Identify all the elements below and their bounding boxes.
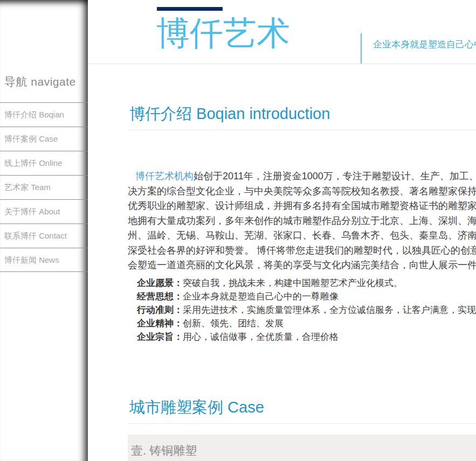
sidebar-navigation: 导航 navigate 博仟介绍 Boqian 博仟案例 Case 线上博仟 O… (0, 0, 88, 461)
case-heading-rule (128, 423, 476, 424)
value-vision: 企业愿景：突破自我，挑战未来，构建中国雕塑艺术产业化模式。 (128, 276, 476, 290)
value-label: 经营思想： (137, 291, 183, 302)
value-label: 企业精神： (137, 318, 183, 329)
intro-heading-rule (128, 130, 476, 130)
paragraph-text: 始创于2011年，注册资金1000万，专注于雕塑设计、生产、加工、运输、安装 (194, 171, 476, 181)
logo-accent-bar (157, 7, 223, 11)
case-category-bronze-bar[interactable]: 壹. 铸铜雕塑 (128, 435, 476, 461)
value-purpose: 企业宗旨：用心，诚信做事，全优质量，合理价格 (128, 330, 476, 344)
paragraph-line: 深受社会各界的好评和赞誉。 博仟将带您走进我们的雕塑时代，以独具匠心的创意、精妙… (128, 243, 476, 259)
site-tagline: 企业本身就是塑造自己心中的一尊雕塑 (373, 38, 476, 51)
site-logo[interactable]: 博仟艺术 (156, 13, 290, 54)
company-values-list: 企业愿景：突破自我，挑战未来，构建中国雕塑艺术产业化模式。 经营思想：企业本身就… (128, 276, 476, 344)
sidebar-item-case[interactable]: 博仟案例 Case (0, 127, 88, 151)
value-text: 用心，诚信做事，全优质量，合理价格 (183, 332, 339, 342)
paragraph-line: 优秀职业的雕塑家、设计师组成，并拥有多名持有全国城市雕塑资格证书的雕塑家、中国美… (128, 199, 476, 214)
sidebar-item-team[interactable]: 艺术家 Team (0, 175, 88, 199)
value-label: 企业宗旨： (137, 332, 183, 342)
case-section-heading: 城市雕塑案例 Case (128, 397, 476, 417)
value-principles: 行动准则：采用先进技术，实施质量管理体系，全方位诚信服务，让客户满意，实现双赢 (128, 303, 476, 317)
main-column: 博仟艺术 企业本身就是塑造自己心中的一尊雕塑 博仟介绍 Boqian intro… (88, 0, 476, 461)
site-header: 博仟艺术 企业本身就是塑造自己心中的一尊雕塑 (88, 0, 476, 64)
nav-list: 博仟介绍 Boqian 博仟案例 Case 线上博仟 Online 艺术家 Te… (0, 102, 88, 272)
value-text: 企业本身就是塑造自己心中的一尊雕像 (183, 291, 339, 302)
intro-paragraph: 博仟艺术机构始创于2011年，注册资金1000万，专注于雕塑设计、生产、加工、运… (128, 169, 476, 273)
logo-divider (361, 33, 362, 64)
page-content: 博仟介绍 Boqian introduction 博仟艺术机构始创于2011年，… (88, 104, 476, 461)
sidebar-item-contact[interactable]: 联系博仟 Contact (0, 223, 88, 248)
intro-section-heading: 博仟介绍 Boqian introduction (128, 104, 476, 123)
value-philosophy: 经营思想：企业本身就是塑造自己心中的一尊雕像 (128, 290, 476, 303)
value-text: 采用先进技术，实施质量管理体系，全方位诚信服务，让客户满意，实现双赢 (183, 305, 476, 315)
sidebar-item-online[interactable]: 线上博仟 Online (0, 151, 88, 175)
value-text: 突破自我，挑战未来，构建中国雕塑艺术产业化模式。 (183, 278, 403, 288)
boqian-org-link[interactable]: 博仟艺术机构 (135, 171, 194, 181)
sidebar-title: 导航 navigate (4, 74, 88, 89)
sidebar-item-about[interactable]: 关于博仟 About (0, 199, 88, 223)
value-label: 行动准则： (137, 305, 183, 315)
paragraph-line: 博仟艺术机构始创于2011年，注册资金1000万，专注于雕塑设计、生产、加工、运… (128, 169, 476, 184)
paragraph-line: 会塑造一道道亮丽的文化风景，将美的享受与文化内涵完美结合，向世人展示一件件优秀的… (128, 258, 476, 273)
case-category-title: 壹. 铸铜雕塑 (131, 443, 476, 459)
paragraph-line: 州、温岭、无锡、马鞍山、芜湖、张家口、长春、乌鲁木齐、包头、秦皇岛、济南、东营、… (128, 228, 476, 243)
value-spirit: 企业精神：创新、领先、团结、发展 (128, 317, 476, 330)
paragraph-line: 地拥有大量成功案列，多年来创作的城市雕塑作品分别立于北京、上海、深圳、海口、平潭… (128, 214, 476, 229)
value-text: 创新、领先、团结、发展 (183, 318, 284, 329)
sidebar-item-boqian-intro[interactable]: 博仟介绍 Boqian (0, 102, 88, 127)
sidebar-item-news[interactable]: 博仟新闻 News (0, 248, 88, 272)
paragraph-line: 决方案的综合型文化企业，与中央美院等众多高等院校知名教授、著名雕塑家保持长期良好… (128, 184, 476, 199)
value-label: 企业愿景： (137, 278, 183, 288)
